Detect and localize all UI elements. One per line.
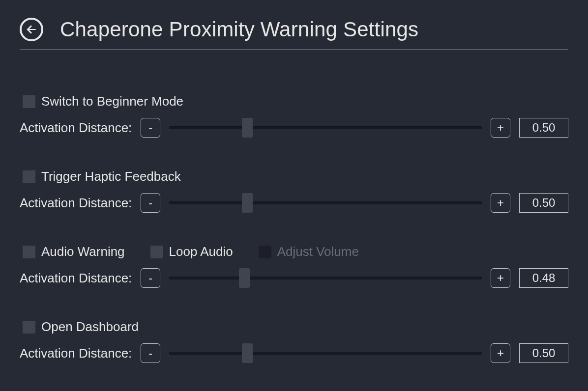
beginner-mode-group: Switch to Beginner Mode Activation Dista… — [20, 94, 568, 138]
haptic-plus-button[interactable]: + — [491, 193, 510, 213]
slider-track — [169, 277, 482, 279]
slider-thumb[interactable] — [239, 268, 250, 288]
dashboard-checkbox[interactable] — [23, 321, 35, 334]
beginner-mode-checkbox[interactable] — [23, 95, 35, 108]
dashboard-group: Open Dashboard Activation Distance: - + … — [20, 319, 568, 363]
slider-thumb[interactable] — [242, 343, 253, 363]
beginner-value: 0.50 — [519, 118, 568, 138]
haptic-slider[interactable] — [169, 193, 482, 213]
back-button[interactable] — [20, 18, 43, 41]
audio-group: Audio Warning Loop Audio Adjust Volume A… — [20, 244, 568, 288]
loop-audio-checkbox-label: Loop Audio — [169, 244, 233, 259]
slider-track — [169, 201, 482, 204]
audio-plus-button[interactable]: + — [491, 268, 510, 288]
audio-minus-button[interactable]: - — [141, 268, 160, 288]
audio-warning-checkbox-label: Audio Warning — [41, 244, 125, 259]
activation-distance-label: Activation Distance: — [20, 271, 132, 286]
beginner-plus-button[interactable]: + — [491, 118, 510, 138]
dashboard-plus-button[interactable]: + — [491, 343, 510, 363]
dashboard-minus-button[interactable]: - — [141, 343, 160, 363]
beginner-mode-checkbox-label: Switch to Beginner Mode — [41, 94, 183, 109]
activation-distance-label: Activation Distance: — [20, 120, 132, 136]
beginner-slider[interactable] — [169, 118, 482, 138]
audio-slider[interactable] — [169, 268, 482, 288]
haptic-checkbox[interactable] — [23, 170, 35, 183]
dashboard-slider[interactable] — [169, 343, 482, 363]
adjust-volume-checkbox — [259, 246, 271, 258]
slider-thumb[interactable] — [242, 193, 253, 213]
slider-thumb[interactable] — [242, 118, 253, 138]
haptic-group: Trigger Haptic Feedback Activation Dista… — [20, 169, 568, 213]
haptic-checkbox-label: Trigger Haptic Feedback — [41, 169, 181, 184]
audio-value: 0.48 — [519, 268, 568, 288]
dashboard-value: 0.50 — [519, 343, 568, 363]
back-arrow-icon — [25, 23, 38, 36]
dashboard-checkbox-label: Open Dashboard — [41, 319, 139, 335]
header-divider — [20, 49, 568, 50]
haptic-minus-button[interactable]: - — [141, 193, 160, 213]
page-title: Chaperone Proximity Warning Settings — [60, 19, 418, 40]
haptic-value: 0.50 — [519, 193, 568, 213]
slider-track — [169, 126, 482, 129]
loop-audio-checkbox[interactable] — [150, 246, 163, 258]
beginner-minus-button[interactable]: - — [141, 118, 160, 138]
adjust-volume-checkbox-label: Adjust Volume — [277, 244, 359, 259]
activation-distance-label: Activation Distance: — [20, 196, 132, 211]
activation-distance-label: Activation Distance: — [20, 346, 132, 361]
slider-track — [169, 352, 482, 355]
audio-warning-checkbox[interactable] — [23, 246, 35, 258]
